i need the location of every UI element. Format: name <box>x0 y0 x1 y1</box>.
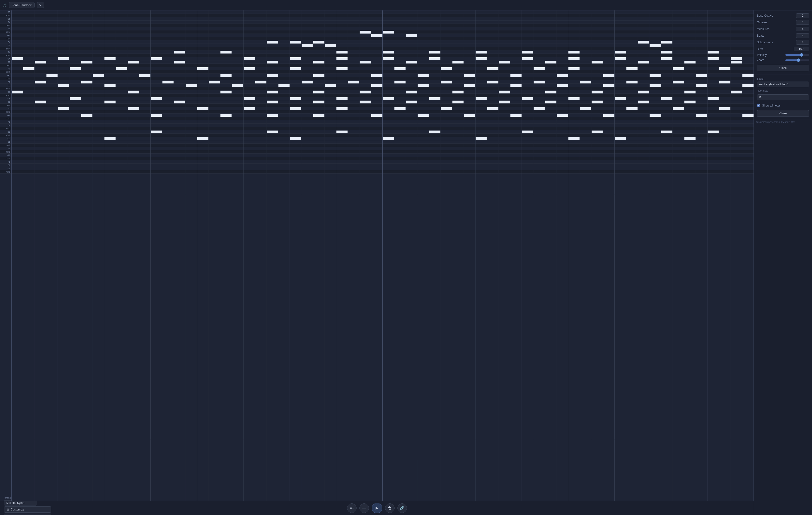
measures-row: Measures <box>757 27 809 31</box>
theme-toggle-button[interactable]: ☀ <box>37 2 44 8</box>
show-all-notes-checkbox[interactable] <box>757 104 760 107</box>
bpm-label: BPM <box>757 47 763 51</box>
scale-label: Scale <box>757 77 809 80</box>
velocity-row: Velocity <box>757 53 809 57</box>
note-label: G3 <box>0 74 11 77</box>
note-label: E4 <box>0 44 11 47</box>
footer-attribution: @solid/components/DarkModeButton <box>754 120 812 124</box>
base-octave-row: Base Octave <box>757 13 809 18</box>
measures-input[interactable] <box>796 27 809 31</box>
play-button[interactable]: ▶ <box>372 503 382 513</box>
more-icon: ••• <box>350 506 354 510</box>
zoom-label: Zoom <box>757 58 764 62</box>
note-label: A3 <box>0 67 11 70</box>
note-label: F#1 <box>0 157 11 160</box>
octaves-row: Octaves <box>757 20 809 25</box>
root-note-section: Root note D C C# D# E F G A <box>757 89 809 102</box>
delete-button[interactable]: 🗑 <box>385 503 395 513</box>
header: 🎵 Tone Sandbox ☀ <box>0 0 812 10</box>
show-all-notes-row: Show all notes <box>757 104 809 107</box>
playback-controls: ••• — ▶ 🗑 🔗 <box>347 503 407 513</box>
velocity-thumb[interactable] <box>800 53 803 57</box>
minus-button[interactable]: — <box>359 503 369 513</box>
note-label: C#3 <box>0 94 11 97</box>
note-label: D5 <box>0 10 11 14</box>
note-label: G#4 <box>0 30 11 34</box>
bpm-input[interactable] <box>794 47 809 51</box>
beats-label: Beats <box>757 34 764 37</box>
note-label: B1 <box>0 140 11 144</box>
more-button[interactable]: ••• <box>347 503 356 513</box>
note-label: D4 <box>0 50 11 54</box>
show-all-notes-label: Show all notes <box>762 104 781 107</box>
minus-icon: — <box>362 506 366 510</box>
note-label: D3 <box>0 90 11 94</box>
settings-close-button[interactable]: Close <box>757 65 809 71</box>
note-label: C#2 <box>0 134 11 137</box>
scale-section: Scale Aeolian (Natural Minor) Major Mino… <box>754 75 812 120</box>
customize-button[interactable]: ⊞ Customize <box>4 507 51 513</box>
bottom-toolbar: Instrument Kalimba Synth ⊞ Customize Clo… <box>0 501 754 515</box>
app-title: Tone Sandbox <box>9 2 35 8</box>
note-label: G4 <box>0 34 11 37</box>
note-label: C2 <box>0 137 11 140</box>
base-octave-label: Base Octave <box>757 14 773 17</box>
beats-row: Beats <box>757 33 809 38</box>
beats-input[interactable] <box>796 33 809 38</box>
note-label: E1 <box>0 164 11 167</box>
instrument-select[interactable]: Kalimba Synth <box>4 500 37 506</box>
note-label: B2 <box>0 101 11 104</box>
zoom-slider[interactable] <box>785 59 809 61</box>
note-label: C#1 <box>0 170 11 174</box>
note-label: G#3 <box>0 70 11 74</box>
subdivisions-input[interactable] <box>796 40 809 45</box>
note-label: A#2 <box>0 104 11 107</box>
note-label: D#4 <box>0 47 11 50</box>
zoom-fill <box>785 59 799 61</box>
note-label: E2 <box>0 124 11 127</box>
note-label: B4 <box>0 21 11 24</box>
play-icon: ▶ <box>376 506 378 510</box>
measures-label: Measures <box>757 27 770 31</box>
scale-select[interactable]: Aeolian (Natural Minor) Major Minor Dori… <box>757 82 809 87</box>
scale-close-button[interactable]: Close <box>757 110 809 117</box>
customize-icon: ⊞ <box>7 508 9 511</box>
piano-roll-container: D5C#5C5B4A#4A4G#4G4F#4F4E4D#4D4C#4C4B3A#… <box>0 10 754 515</box>
root-note-label: Root note <box>757 89 809 92</box>
note-label: G1 <box>0 153 11 157</box>
note-label: G#2 <box>0 110 11 114</box>
note-label: A#1 <box>0 144 11 147</box>
subdivisions-label: Subdivisions <box>757 41 773 44</box>
close-instrument-button[interactable]: Close <box>4 514 51 515</box>
note-label: A#4 <box>0 24 11 27</box>
settings-section: Base Octave Octaves Measures Beats Subdi… <box>754 10 812 75</box>
note-label: D1 <box>0 167 11 170</box>
note-label: F1 <box>0 160 11 164</box>
base-octave-input[interactable] <box>796 13 809 18</box>
piano-roll-grid: D5C#5C5B4A#4A4G#4G4F#4F4E4D#4D4C#4C4B3A#… <box>0 10 754 501</box>
note-label: C#5 <box>0 14 11 17</box>
right-panel: Base Octave Octaves Measures Beats Subdi… <box>754 10 812 515</box>
instrument-buttons: ⊞ Customize Close <box>4 507 51 515</box>
octaves-label: Octaves <box>757 21 767 24</box>
note-label: C5 <box>0 17 11 21</box>
note-label: A4 <box>0 27 11 30</box>
note-label: B3 <box>0 60 11 64</box>
main-layout: D5C#5C5B4A#4A4G#4G4F#4F4E4D#4D4C#4C4B3A#… <box>0 10 812 515</box>
octaves-input[interactable] <box>796 20 809 25</box>
zoom-thumb[interactable] <box>797 58 800 62</box>
link-button[interactable]: 🔗 <box>398 503 407 513</box>
link-icon: 🔗 <box>400 506 405 510</box>
theme-icon: ☀ <box>39 3 42 7</box>
grid-area[interactable] <box>11 10 754 501</box>
music-icon: 🎵 <box>3 3 7 7</box>
bpm-row: BPM <box>757 47 809 51</box>
note-label: G#1 <box>0 150 11 153</box>
note-label: F3 <box>0 80 11 84</box>
note-label: F#2 <box>0 117 11 120</box>
note-label: C#4 <box>0 54 11 57</box>
note-label: F2 <box>0 120 11 124</box>
root-note-select[interactable]: D C C# D# E F G A <box>757 94 809 100</box>
velocity-slider[interactable] <box>785 54 809 56</box>
note-label: F#4 <box>0 37 11 40</box>
